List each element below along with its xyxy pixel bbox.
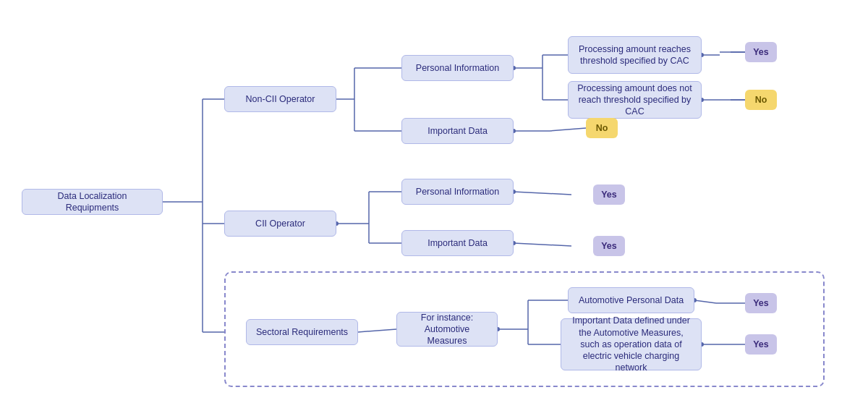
pi2-node: Personal Information bbox=[401, 179, 514, 205]
no2-badge: No bbox=[586, 118, 618, 138]
svg-line-31 bbox=[514, 243, 571, 246]
reach-cac-node: Processing amount reaches threshold spec… bbox=[568, 36, 702, 74]
yes2-badge: Yes bbox=[593, 184, 625, 205]
non-cii-node: Non-CII Operator bbox=[224, 86, 336, 112]
id2-node: Important Data bbox=[401, 230, 514, 256]
svg-line-22 bbox=[550, 128, 586, 131]
diagram: Data Localization Requipments Non-CII Op… bbox=[0, 0, 868, 403]
sectoral-node: Sectoral Requirements bbox=[246, 319, 358, 345]
auto-personal-node: Automotive Personal Data bbox=[568, 287, 694, 313]
root-node: Data Localization Requipments bbox=[22, 189, 163, 215]
id1-node: Important Data bbox=[401, 118, 514, 144]
cii-node: CII Operator bbox=[224, 211, 336, 237]
automotive-node: For instance: Automotive Measures bbox=[396, 312, 498, 347]
pi1-node: Personal Information bbox=[401, 55, 514, 81]
yes3-badge: Yes bbox=[593, 236, 625, 256]
svg-line-29 bbox=[514, 192, 571, 195]
no1-badge: No bbox=[745, 90, 777, 110]
yes5-badge: Yes bbox=[745, 334, 777, 355]
yes1-badge: Yes bbox=[745, 42, 777, 62]
auto-important-node: Important Data defined under the Automot… bbox=[561, 318, 702, 370]
not-reach-cac-node: Processing amount does not reach thresho… bbox=[568, 81, 702, 119]
yes4-badge: Yes bbox=[745, 293, 777, 313]
